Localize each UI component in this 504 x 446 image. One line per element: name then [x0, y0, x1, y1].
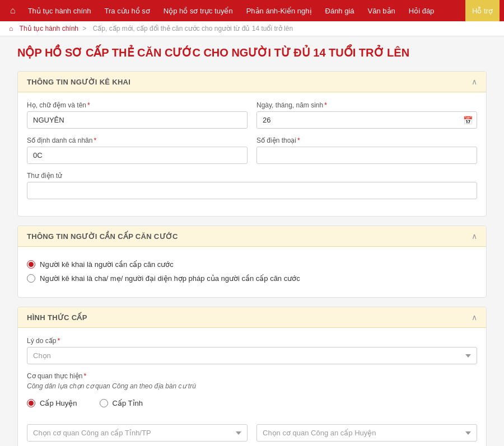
radio-representative-label: Người kê khai là cha/ mẹ/ người đại diện…	[40, 274, 300, 283]
form-group-ly-do: Lý do cấp* Chọn	[27, 337, 477, 364]
section-hinh-thuc-collapse-icon: ∧	[472, 313, 477, 322]
nav-item-danh-gia[interactable]: Đánh giá	[319, 0, 361, 21]
co-quan-hint: Công dân lựa chọn cơ quan Công an theo đ…	[27, 382, 477, 390]
label-dob: Ngày, tháng, năm sinh*	[256, 101, 477, 109]
label-id: Số định danh cá nhân*	[27, 137, 248, 144]
select-row-co-quan: Chọn cơ quan Công an cấp Tỉnh/TP Chọn cơ…	[27, 424, 477, 442]
label-co-quan: Cơ quan thực hiện*	[27, 372, 477, 380]
select-co-quan-huyen[interactable]: Chọn cơ quan Công an cấp Huyện	[256, 424, 477, 442]
form-row-id-phone: Số định danh cá nhân* Số điện thoại*	[27, 137, 477, 164]
section-ke-khai: THÔNG TIN NGƯỜI KÊ KHAI ∧ Họ, chữ đệm và…	[17, 71, 487, 217]
label-ly-do: Lý do cấp*	[27, 337, 477, 345]
input-name[interactable]	[27, 111, 248, 129]
form-row-name-dob: Họ, chữ đệm và tên* Ngày, tháng, năm sin…	[27, 101, 477, 129]
nav-item-tra-cuu[interactable]: Tra cứu hồ sơ	[98, 0, 157, 21]
form-group-id: Số định danh cá nhân*	[27, 137, 248, 164]
radio-item-self[interactable]: Người kê khai là người cần cấp căn cước	[27, 260, 477, 269]
nav-item-hoi-dap[interactable]: Hỏi đáp	[402, 0, 441, 21]
breadcrumb-separator2: >	[82, 25, 88, 32]
form-group-phone: Số điện thoại*	[256, 137, 477, 164]
section-can-cuoc: THÔNG TIN NGƯỜI CẦN CẤP CĂN CƯỚC ∧ Người…	[17, 226, 487, 298]
page-title: NỘP HỒ SƠ CẤP THẺ CĂN CƯỚC CHO NGƯỜI TỪ …	[17, 45, 487, 60]
nav-item-thu-tuc[interactable]: Thủ tục hành chính	[21, 0, 98, 21]
input-dob[interactable]	[256, 111, 477, 129]
nav-menu: Thủ tục hành chính Tra cứu hồ sơ Nộp hồ …	[21, 0, 441, 21]
calendar-icon: 📅	[463, 116, 473, 125]
radio-cap-tinh[interactable]	[100, 399, 108, 407]
breadcrumb-parent[interactable]: Thủ tục hành chính	[20, 25, 78, 32]
main-content: NỘP HỒ SƠ CẤP THẺ CĂN CƯỚC CHO NGƯỜI TỪ …	[8, 36, 496, 446]
nav-item-phan-anh[interactable]: Phản ánh-Kiến nghị	[240, 0, 319, 21]
input-phone[interactable]	[256, 147, 477, 164]
section-can-cuoc-title: THÔNG TIN NGƯỜI CẦN CẤP CĂN CƯỚC	[27, 232, 178, 241]
label-email: Thư điện tử	[27, 172, 477, 180]
radio-item-cap-huyen[interactable]: Cấp Huyện	[27, 399, 77, 407]
radio-group-cap: Cấp Huyện Cấp Tỉnh	[27, 399, 477, 413]
radio-self[interactable]	[27, 260, 35, 269]
radio-cap-tinh-label: Cấp Tỉnh	[113, 399, 143, 407]
radio-cap-huyen[interactable]	[27, 399, 35, 407]
label-name: Họ, chữ đệm và tên*	[27, 101, 248, 109]
dob-date-wrapper: 📅	[256, 111, 477, 129]
section-hinh-thuc-title: HÌNH THỨC CẤP	[27, 313, 87, 322]
section-hinh-thuc: HÌNH THỨC CẤP ∧ Lý do cấp* Chọn Cơ quan …	[17, 307, 487, 446]
form-group-co-quan: Cơ quan thực hiện* Công dân lựa chọn cơ …	[27, 372, 477, 442]
breadcrumb-current: Cấp, cấp mới, cấp đổi thẻ căn cước cho n…	[93, 25, 293, 32]
radio-group-can-cuoc: Người kê khai là người cần cấp căn cước …	[27, 260, 477, 283]
navigation-bar: ⌂ Thủ tục hành chính Tra cứu hồ sơ Nộp h…	[0, 0, 504, 21]
nav-item-van-ban[interactable]: Văn bản	[361, 0, 402, 21]
section-ke-khai-body: Họ, chữ đệm và tên* Ngày, tháng, năm sin…	[18, 92, 486, 216]
home-icon[interactable]: ⌂	[4, 6, 21, 16]
form-row-email: Thư điện tử	[27, 172, 477, 199]
radio-cap-huyen-label: Cấp Huyện	[40, 399, 77, 407]
section-hinh-thuc-header[interactable]: HÌNH THỨC CẤP ∧	[18, 307, 486, 328]
form-group-name: Họ, chữ đệm và tên*	[27, 101, 248, 129]
nav-item-nop-ho-so[interactable]: Nộp hồ sơ trực tuyến	[157, 0, 240, 21]
radio-representative[interactable]	[27, 274, 35, 283]
section-ke-khai-collapse-icon: ∧	[472, 77, 477, 86]
section-ke-khai-title: THÔNG TIN NGƯỜI KÊ KHAI	[27, 78, 130, 86]
label-phone: Số điện thoại*	[256, 137, 477, 144]
form-group-select-tinh: Chọn cơ quan Công an cấp Tỉnh/TP	[27, 424, 248, 442]
section-can-cuoc-body: Người kê khai là người cần cấp căn cước …	[18, 247, 486, 297]
section-can-cuoc-header[interactable]: THÔNG TIN NGƯỜI CẦN CẤP CĂN CƯỚC ∧	[18, 226, 486, 247]
select-co-quan-tinh[interactable]: Chọn cơ quan Công an cấp Tỉnh/TP	[27, 424, 248, 442]
nav-item-ho-tro[interactable]: Hỗ trợ	[465, 0, 500, 21]
radio-self-label: Người kê khai là người cần cấp căn cước	[40, 260, 174, 269]
radio-item-representative[interactable]: Người kê khai là cha/ mẹ/ người đại diện…	[27, 274, 477, 283]
form-group-dob: Ngày, tháng, năm sinh* 📅	[256, 101, 477, 129]
section-ke-khai-header[interactable]: THÔNG TIN NGƯỜI KÊ KHAI ∧	[18, 72, 486, 92]
form-group-select-huyen: Chọn cơ quan Công an cấp Huyện	[256, 424, 477, 442]
input-id[interactable]	[27, 147, 248, 164]
section-can-cuoc-collapse-icon: ∧	[472, 232, 477, 241]
form-group-email: Thư điện tử	[27, 172, 477, 199]
radio-item-cap-tinh[interactable]: Cấp Tỉnh	[100, 399, 143, 407]
breadcrumb-home[interactable]: ⌂	[9, 25, 13, 32]
section-hinh-thuc-body: Lý do cấp* Chọn Cơ quan thực hiện* Công …	[18, 328, 486, 446]
breadcrumb: ⌂ Thủ tục hành chính > Cấp, cấp mới, cấp…	[0, 21, 504, 36]
input-email[interactable]	[27, 182, 477, 199]
select-ly-do[interactable]: Chọn	[27, 347, 477, 364]
